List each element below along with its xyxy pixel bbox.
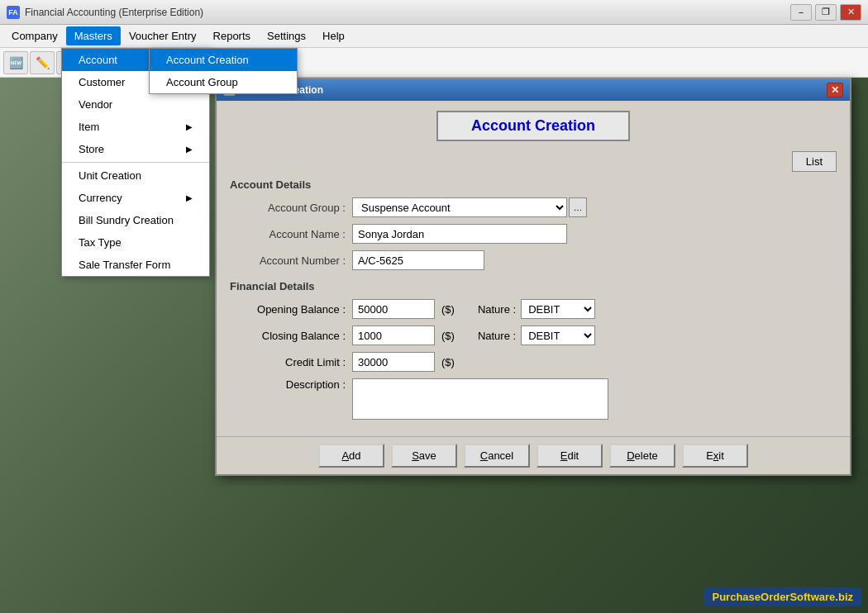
menu-item-sale-transfer-form[interactable]: Sale Transfer Form [62,254,209,276]
minimize-button[interactable]: − [790,4,812,21]
arrow-right-icon: ▶ [186,122,193,131]
arrow-right-icon: ▶ [186,193,193,202]
account-submenu: Account Creation Account Group [149,48,298,94]
menubar: Company Masters Voucher Entry Reports Se… [0,25,868,48]
titlebar-buttons: − ❐ ✕ [790,4,861,21]
separator [62,162,209,163]
menu-company[interactable]: Company [3,26,66,45]
menu-item-tax-type[interactable]: Tax Type [62,231,209,254]
menu-help[interactable]: Help [314,26,353,45]
menu-item-unit-creation[interactable]: Unit Creation [62,164,209,187]
menu-reports[interactable]: Reports [205,26,260,45]
menu-item-store[interactable]: Store ▶ [62,138,209,160]
menu-voucher-entry[interactable]: Voucher Entry [121,26,205,45]
arrow-right-icon: ▶ [186,145,193,154]
watermark-highlight: PurchaseOrder [712,591,789,603]
restore-button[interactable]: ❐ [815,4,837,21]
close-button[interactable]: ✕ [840,4,861,21]
menu-masters[interactable]: Masters [66,26,121,45]
menu-settings[interactable]: Settings [259,26,314,45]
app-title: Financial Accounting (Enterprise Edition… [25,7,790,18]
menu-item-account-group[interactable]: Account Group [150,71,297,93]
watermark-text: Software.biz [789,591,853,603]
menu-item-item[interactable]: Item ▶ [62,116,209,138]
menu-item-vendor[interactable]: Vendor [62,93,209,116]
titlebar: FA Financial Accounting (Enterprise Edit… [0,0,868,25]
menu-item-currency[interactable]: Currency ▶ [62,187,209,209]
watermark: PurchaseOrderSoftware.biz [703,587,861,606]
menu-item-account-creation[interactable]: Account Creation [150,49,297,71]
dropdown-overlay: Account ▶ Customer Vendor Item ▶ Store ▶… [0,48,868,613]
menu-item-bill-sundry-creation[interactable]: Bill Sundry Creation [62,209,209,231]
app-icon: FA [7,6,20,19]
